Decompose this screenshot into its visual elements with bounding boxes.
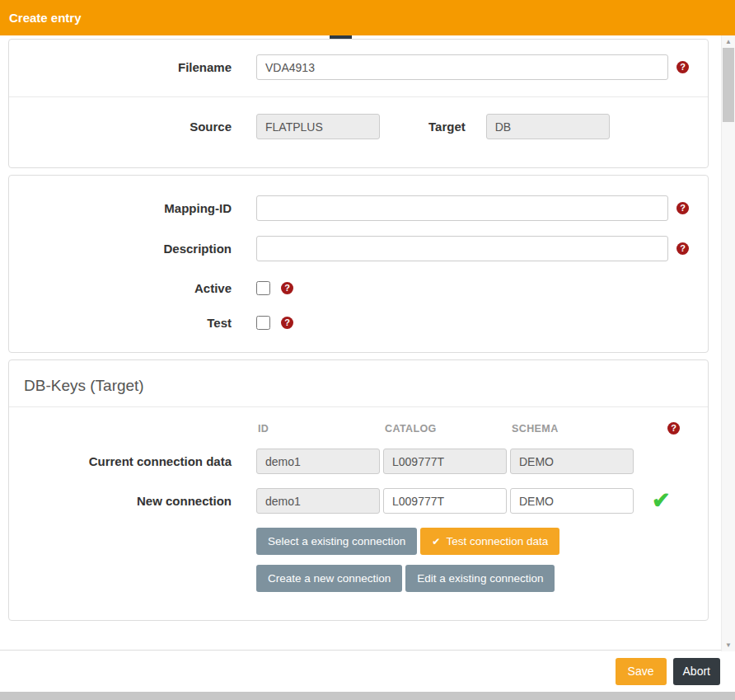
abort-button-label: Abort [683, 665, 710, 678]
source-target-row: Source Target [9, 114, 708, 139]
source-input [256, 114, 380, 139]
check-icon: ✔ [432, 536, 440, 547]
help-icon[interactable]: ? [667, 422, 680, 435]
mapping-id-row: Mapping-ID ? [9, 195, 708, 221]
description-label: Description [9, 242, 232, 256]
filename-input[interactable] [256, 54, 668, 80]
current-connection-label: Current connection data [9, 454, 232, 468]
select-existing-connection-button[interactable]: Select a existing connection [256, 528, 417, 555]
description-row: Description ? [9, 236, 708, 261]
test-connection-label: Test connection data [446, 535, 548, 547]
page-bottom-strip [0, 692, 735, 700]
active-label: Active [9, 281, 232, 295]
connection-buttons-row-1: Select a existing connection ✔ Test conn… [9, 528, 708, 555]
test-label: Test [9, 316, 232, 330]
mapping-id-input[interactable] [256, 195, 668, 221]
dbkeys-title: DB-Keys (Target) [24, 377, 708, 395]
dialog-titlebar: Create entry [0, 0, 735, 35]
abort-button[interactable]: Abort [673, 658, 720, 685]
dialog-title: Create entry [9, 11, 82, 25]
create-new-connection-label: Create a new connection [268, 572, 391, 585]
section-divider [9, 406, 708, 407]
help-icon[interactable]: ? [676, 242, 689, 255]
description-input[interactable] [256, 236, 668, 261]
new-connection-label: New connection [9, 494, 232, 508]
dbkeys-column-headers: ID CATALOG SCHEMA ? [9, 422, 708, 435]
help-icon[interactable]: ? [281, 282, 293, 294]
mapping-id-label: Mapping-ID [9, 201, 232, 215]
section-divider [9, 96, 708, 97]
test-connection-button[interactable]: ✔ Test connection data [420, 528, 559, 555]
target-input [486, 114, 610, 139]
new-catalog-input[interactable] [383, 488, 507, 514]
file-section: Filename ? Source Target [8, 39, 709, 168]
help-icon[interactable]: ? [281, 317, 293, 329]
vertical-scrollbar[interactable]: ▲ ▼ [721, 35, 735, 651]
new-id-input [256, 488, 380, 514]
active-row: Active ? [9, 280, 708, 296]
filename-row: Filename ? [9, 54, 708, 80]
target-label: Target [428, 120, 466, 134]
new-schema-input[interactable] [510, 488, 634, 514]
current-connection-row: Current connection data [9, 449, 708, 474]
connection-buttons-row-2: Create a new connection Edit a existing … [9, 565, 708, 592]
dialog-footer: Save Abort [0, 651, 735, 692]
help-icon[interactable]: ? [676, 202, 689, 214]
current-schema-input [510, 449, 634, 474]
form-content: Filename ? Source Target Mapping-ID ? De… [0, 35, 735, 621]
create-entry-dialog: Create entry Filename ? Source Target Ma… [0, 0, 735, 700]
mapping-section: Mapping-ID ? Description ? Active ? Test… [8, 175, 709, 353]
active-tab-indicator [330, 35, 352, 39]
current-catalog-input [383, 449, 507, 474]
connection-valid-check-icon: ✔ [652, 490, 671, 512]
scroll-down-arrow-icon[interactable]: ▼ [722, 639, 735, 651]
save-button[interactable]: Save [616, 658, 667, 685]
column-header-id: ID [256, 423, 380, 435]
save-button-label: Save [628, 665, 654, 678]
active-checkbox[interactable] [256, 281, 270, 295]
scroll-up-arrow-icon[interactable]: ▲ [722, 35, 735, 48]
help-icon[interactable]: ? [676, 61, 689, 73]
current-id-input [256, 449, 380, 474]
select-existing-connection-label: Select a existing connection [268, 535, 405, 547]
column-header-catalog: CATALOG [383, 423, 507, 435]
filename-label: Filename [9, 60, 232, 74]
test-checkbox[interactable] [256, 316, 270, 330]
edit-existing-connection-button[interactable]: Edit a existing connection [405, 565, 555, 592]
edit-existing-connection-label: Edit a existing connection [417, 572, 543, 585]
dbkeys-section: DB-Keys (Target) ID CATALOG SCHEMA ? Cur… [8, 359, 709, 621]
create-new-connection-button[interactable]: Create a new connection [256, 565, 402, 592]
test-row: Test ? [9, 314, 708, 331]
source-label: Source [9, 120, 232, 134]
scrollbar-thumb[interactable] [723, 48, 734, 122]
new-connection-row: New connection ✔ [9, 488, 708, 514]
column-header-schema: SCHEMA [510, 423, 634, 435]
